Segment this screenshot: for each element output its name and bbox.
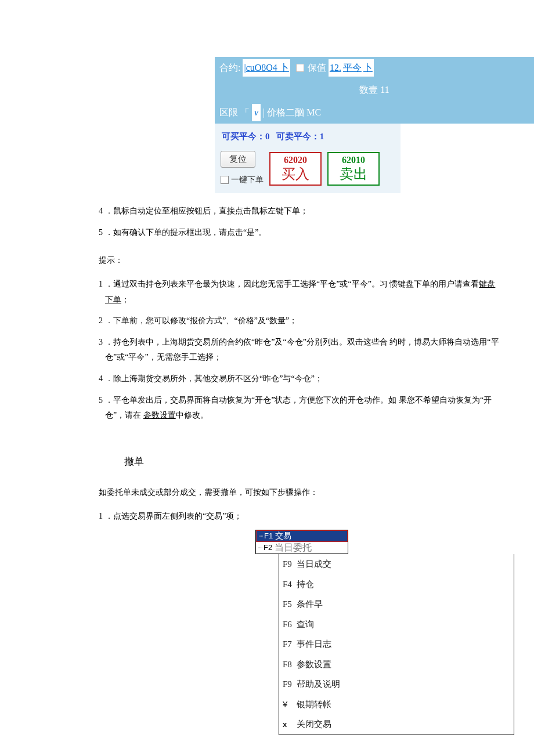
step-text: ．鼠标自动定位至相应按钮后，直接点击鼠标左键下单；	[105, 204, 308, 219]
menu-label: 关闭交易	[297, 719, 331, 729]
hint-item: 2．下单前，您可以修改“报价方式”、“价格”及“数量”；	[99, 313, 499, 329]
menu-item[interactable]: x关闭交易	[279, 714, 514, 735]
menu-key: x	[283, 718, 297, 732]
close-today-dropdown[interactable]: 12. 平今 卜	[329, 59, 374, 77]
step-text: ．如有确认下单的提示框出现，请点击“是”。	[105, 225, 266, 241]
menu-key: ¥	[283, 696, 297, 713]
close-today-label: 平今	[343, 59, 362, 77]
hint-text: ．平仓单发出后，交易界面将自动恢复为“开仓”状态，方便您下次的开仓动作。如 果您…	[105, 393, 499, 424]
menu-label: 当日成交	[297, 559, 331, 569]
hint-text: ．下单前，您可以修改“报价方式”、“价格”及“数量”；	[105, 313, 297, 329]
contract-label: 合约:	[219, 59, 240, 77]
menu-item[interactable]: F8参数设置	[279, 654, 514, 675]
contract-dropdown[interactable]: |cuO8O4 卜	[243, 59, 290, 77]
chevron-down-icon: 卜	[363, 59, 373, 77]
cancel-heading: 撤单	[124, 453, 499, 471]
cancel-step: 1 ．点选交易界面左侧列表的“交易”项；	[99, 509, 499, 525]
sidebar-menu-illustration: ┈ F1 交易 ┈ F2 当日委托 F9当日成交F4持仓F5条件早F6查询F7事…	[255, 530, 499, 735]
hint-text: ．通过双击持仓列表来平仓最为快速，因此您无需手工选择“平仓”或“平今”。习 惯键…	[105, 277, 499, 308]
menu-item[interactable]: F6查询	[279, 614, 514, 635]
hint-text: ．持仓列表中，上海期货交易所的合约依“昨仓”及“今仓”分别列出。双击这些合 约时…	[105, 335, 499, 366]
checkbox-icon	[221, 176, 229, 184]
menu-key: F9	[283, 556, 297, 573]
menu-item-today-orders[interactable]: ┈ F2 当日委托	[256, 542, 348, 554]
hints-heading: 提示：	[99, 253, 499, 269]
hint-number: 1	[99, 277, 103, 308]
menu-key: F5	[283, 596, 297, 613]
menu-label: 帮助及说明	[297, 679, 340, 689]
sell-price: 62010	[329, 154, 378, 165]
menu-item[interactable]: F9当日成交	[279, 554, 514, 574]
price-mode-dropdown[interactable]: v	[252, 104, 261, 121]
fkey-label: F2	[264, 541, 272, 555]
menu-key: F4	[283, 576, 297, 593]
menu-list-box: F9当日成交F4持仓F5条件早F6查询F7事件日志F8参数设置F9帮助及说明¥银…	[279, 554, 514, 735]
menu-key: F6	[283, 616, 297, 633]
qty-row: 数壹 11	[215, 79, 534, 101]
hint-number: 4	[99, 371, 103, 387]
menu-item[interactable]: F9帮助及说明	[279, 674, 514, 694]
step-number: 1	[99, 509, 103, 525]
menu-item[interactable]: F4持仓	[279, 574, 514, 595]
menu-item[interactable]: F5条件早	[279, 594, 514, 614]
menu-item[interactable]: ¥银期转帐	[279, 694, 514, 715]
hint-item: 3．持仓列表中，上海期货交易所的合约依“昨仓”及“今仓”分别列出。双击这些合 约…	[99, 335, 499, 366]
tree-icon: ┈	[258, 541, 262, 555]
document-body: 4．鼠标自动定位至相应按钮后，直接点击鼠标左键下单；5．如有确认下单的提示框出现…	[99, 204, 499, 756]
step-item: 5．如有确认下单的提示框出现，请点击“是”。	[99, 225, 499, 241]
hint-item: 5．平仓单发出后，交易界面将自动恢复为“开仓”状态，方便您下次的开仓动作。如 果…	[99, 393, 499, 424]
reset-button[interactable]: 复位	[221, 151, 255, 168]
can-sell-today: 可卖平今：1	[276, 132, 324, 141]
hint-number: 2	[99, 313, 103, 329]
order-action-panel: 可买平今：0 可卖平今：1 复位 一键下单 62020 买入 62010	[215, 124, 400, 193]
menu-label: 银期转帐	[297, 700, 331, 709]
qty-label: 数壹 11	[359, 81, 389, 99]
sell-label: 卖出	[329, 166, 378, 183]
hedge-link: 12.	[330, 59, 341, 77]
link-text[interactable]: 参数设置	[143, 411, 176, 419]
one-click-checkbox[interactable]: 一键下单	[221, 172, 264, 188]
menu-key: F8	[283, 656, 297, 673]
menu-item[interactable]: F7事件日志	[279, 634, 514, 654]
contract-row: 合约: |cuO8O4 卜 保值 12. 平今 卜	[215, 57, 534, 79]
hedge-checkbox[interactable]	[296, 64, 304, 72]
menu-label: 条件早	[297, 599, 323, 609]
link-text[interactable]: 键盘下单	[105, 280, 495, 304]
hint-item: 1．通过双击持仓列表来平仓最为快速，因此您无需手工选择“平仓”或“平今”。习 惯…	[99, 277, 499, 308]
contract-value: |cuO8O4 卜	[244, 59, 288, 77]
menu-label: 当日委托	[275, 539, 312, 556]
hint-number: 3	[99, 335, 103, 366]
menu-top-box: ┈ F1 交易 ┈ F2 当日委托	[255, 530, 348, 554]
step-text: ．点选交易界面左侧列表的“交易”项；	[105, 509, 242, 525]
menu-key: F9	[283, 676, 297, 693]
buy-price: 62020	[270, 154, 320, 165]
hint-number: 5	[99, 393, 103, 424]
menu-label: 查询	[297, 620, 314, 629]
step-item: 4．鼠标自动定位至相应按钮后，直接点击鼠标左键下单；	[99, 204, 499, 219]
sell-button[interactable]: 62010 卖出	[327, 152, 380, 186]
hedge-label: 保值	[308, 59, 326, 77]
price-label: 价格二酗 MC	[267, 104, 321, 121]
buy-button[interactable]: 62020 买入	[269, 152, 322, 186]
menu-label: 参数设置	[297, 660, 331, 669]
step-number: 5	[99, 225, 103, 241]
step-number: 4	[99, 204, 103, 219]
menu-label: 持仓	[297, 580, 314, 589]
hint-text: ．除上海期货交易所外，其他交易所不区分“昨仓”与“今仓”；	[105, 371, 323, 387]
cancel-intro: 如委托单未成交或部分成交，需要撤单，可按如下步骤操作：	[99, 485, 499, 501]
can-buy-today: 可买平今：0	[222, 132, 270, 141]
hint-item: 4．除上海期货交易所外，其他交易所不区分“昨仓”与“今仓”；	[99, 371, 499, 387]
menu-key: F7	[283, 636, 297, 653]
price-row: 区限 「 v | 价格二酗 MC	[215, 102, 534, 124]
buy-label: 买入	[270, 166, 320, 183]
one-click-label: 一键下单	[231, 172, 264, 188]
menu-label: 事件日志	[297, 639, 331, 649]
available-row: 可买平今：0 可卖平今：1	[221, 127, 395, 151]
limit-label: 区限	[219, 104, 238, 121]
order-panel: 合约: |cuO8O4 卜 保值 12. 平今 卜 数壹 11 区限 「 v |…	[215, 57, 534, 193]
